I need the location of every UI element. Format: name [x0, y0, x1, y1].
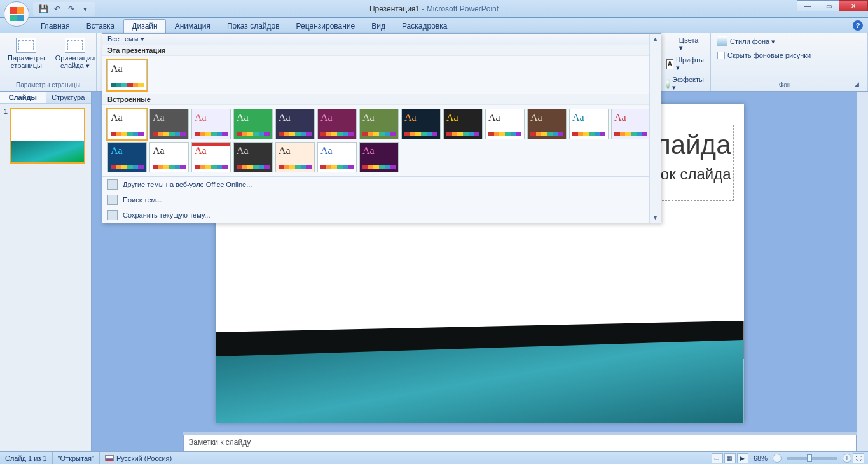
- gallery-scrollbar[interactable]: ▲▼: [649, 34, 661, 223]
- tab-slideshow[interactable]: Показ слайдов: [219, 20, 287, 33]
- redo-icon[interactable]: ↷: [66, 4, 76, 14]
- zoom-in-button[interactable]: +: [843, 454, 851, 463]
- notes-input[interactable]: Заметки к слайду: [183, 435, 857, 451]
- slide-number: 1: [4, 108, 8, 164]
- group-theme-variants: Цвета ▾ AШрифты ▾ Эффекты ▾: [660, 33, 711, 91]
- effects-button[interactable]: Эффекты ▾: [664, 74, 706, 93]
- colors-label: Цвета ▾: [679, 36, 704, 52]
- theme-thumb[interactable]: Aa: [107, 109, 147, 139]
- tab-view[interactable]: Вид: [364, 20, 393, 33]
- effects-icon: [666, 79, 670, 89]
- fonts-button[interactable]: AШрифты ▾: [664, 55, 706, 73]
- theme-thumb[interactable]: Aa: [275, 142, 315, 172]
- theme-thumb[interactable]: Aa: [107, 142, 147, 172]
- folder-icon: [107, 195, 118, 205]
- colors-button[interactable]: Цвета ▾: [664, 35, 706, 53]
- menu-themes-online-label: Другие темы на веб-узле Office Online...: [123, 181, 252, 188]
- theme-thumb[interactable]: Aa: [317, 109, 357, 139]
- menu-browse-themes-label: Поиск тем...: [123, 196, 162, 204]
- tab-storyboard[interactable]: Раскадровка: [394, 20, 455, 33]
- page-params-button[interactable]: Параметры страницы: [4, 35, 49, 80]
- view-sorter-button[interactable]: ▦: [724, 453, 736, 463]
- zoom-slider-handle[interactable]: [807, 454, 812, 462]
- zoom-slider[interactable]: [787, 457, 837, 460]
- menu-save-theme[interactable]: Сохранить текущую тему...: [102, 207, 661, 223]
- tab-animation[interactable]: Анимация: [167, 20, 218, 33]
- undo-icon[interactable]: ↶: [52, 4, 62, 14]
- slide-thumbnail: [10, 108, 85, 164]
- theme-thumb[interactable]: Aa: [359, 142, 399, 172]
- group-background: Стили фона ▾ Скрыть фоновые рисунки Фон …: [711, 33, 868, 91]
- quick-access-toolbar: 💾 ↶ ↷ ▾: [33, 2, 95, 16]
- menu-themes-online[interactable]: Другие темы на веб-узле Office Online...: [102, 177, 661, 192]
- statusbar: Слайд 1 из 1 "Открытая" Русский (Россия)…: [0, 451, 868, 464]
- theme-thumb[interactable]: Aa: [359, 109, 399, 139]
- view-normal-button[interactable]: ▭: [712, 453, 723, 463]
- menu-browse-themes[interactable]: Поиск тем...: [102, 192, 661, 207]
- themes-gallery-dropdown: Все темы ▾ Эта презентация Aa Встроенные…: [102, 33, 661, 223]
- save-icon[interactable]: 💾: [38, 4, 48, 14]
- theme-thumb[interactable]: Aa: [233, 142, 273, 172]
- tab-home[interactable]: Главная: [33, 20, 78, 33]
- flag-icon: [105, 455, 114, 461]
- theme-thumb[interactable]: Aa: [443, 109, 483, 139]
- hide-bg-checkbox[interactable]: Скрыть фоновые рисунки: [715, 50, 864, 60]
- gallery-section-builtin: Встроенные: [102, 94, 661, 105]
- gallery-menu: Другие темы на веб-узле Office Online...…: [102, 176, 661, 223]
- theme-thumb[interactable]: Aa: [191, 142, 231, 172]
- theme-thumb[interactable]: Aa: [569, 109, 609, 139]
- gallery-this-presentation-grid: Aa: [102, 56, 661, 94]
- qat-more-icon[interactable]: ▾: [80, 4, 90, 14]
- gallery-all-themes-header[interactable]: Все темы ▾: [102, 34, 661, 45]
- background-styles-icon: [717, 36, 727, 46]
- group-page-setup: Параметры страницы Ориентация слайда ▾ П…: [0, 33, 97, 91]
- gallery-builtin-grid: AaAaAaAaAaAaAaAaAaAaAaAaAaAaAaAaAaAaAaAa: [102, 105, 661, 176]
- effects-label: Эффекты ▾: [672, 76, 704, 92]
- save-icon: [107, 210, 118, 220]
- window-controls: — ▭ ✕: [797, 0, 868, 11]
- theme-thumb[interactable]: Aa: [527, 109, 567, 139]
- side-tab-slides[interactable]: Слайды: [0, 92, 46, 103]
- vertical-scrollbar[interactable]: [857, 92, 868, 451]
- minimize-button[interactable]: —: [797, 0, 818, 11]
- tab-insert[interactable]: Вставка: [79, 20, 123, 33]
- theme-thumb[interactable]: Aa: [149, 142, 189, 172]
- theme-thumb[interactable]: Aa: [401, 109, 441, 139]
- titlebar: 💾 ↶ ↷ ▾ Презентация1 - Microsoft PowerPo…: [0, 0, 868, 18]
- page-params-label: Параметры страницы: [8, 54, 45, 69]
- status-right: ▭ ▦ ▶ 68% − + ⛶: [712, 453, 868, 463]
- menu-save-theme-label: Сохранить текущую тему...: [123, 211, 210, 219]
- orientation-button[interactable]: Ориентация слайда ▾: [52, 35, 99, 80]
- background-dialog-launcher[interactable]: ◢: [855, 81, 864, 90]
- theme-thumb[interactable]: Aa: [275, 109, 315, 139]
- fit-to-window-button[interactable]: ⛶: [853, 453, 864, 463]
- status-theme: "Открытая": [53, 452, 100, 464]
- theme-thumb[interactable]: Aa: [233, 109, 273, 139]
- orientation-icon: [65, 38, 85, 53]
- status-slide-count: Слайд 1 из 1: [0, 452, 53, 464]
- side-tab-outline[interactable]: Структура: [46, 92, 92, 103]
- fonts-label: Шрифты ▾: [676, 56, 704, 72]
- theme-thumb[interactable]: Aa: [149, 109, 189, 139]
- office-button[interactable]: [4, 1, 29, 27]
- zoom-out-button[interactable]: −: [773, 454, 782, 463]
- theme-thumb[interactable]: Aa: [611, 109, 651, 139]
- notes-pane: Заметки к слайду: [183, 432, 857, 451]
- group-background-label: Фон: [715, 80, 855, 90]
- background-styles-button[interactable]: Стили фона ▾: [715, 35, 864, 48]
- help-icon[interactable]: ?: [853, 20, 863, 31]
- slide-thumbnails: 1: [0, 104, 91, 167]
- theme-thumb[interactable]: Aa: [191, 109, 231, 139]
- maximize-button[interactable]: ▭: [818, 0, 839, 11]
- theme-thumb-current[interactable]: Aa: [107, 60, 147, 90]
- group-page-setup-label: Параметры страницы: [4, 80, 92, 90]
- slide-thumb-1[interactable]: 1: [4, 108, 87, 164]
- theme-thumb[interactable]: Aa: [317, 142, 357, 172]
- theme-thumb[interactable]: Aa: [485, 109, 525, 139]
- status-language[interactable]: Русский (Россия): [100, 452, 177, 464]
- view-slideshow-button[interactable]: ▶: [737, 453, 748, 463]
- tab-review[interactable]: Рецензирование: [289, 20, 363, 33]
- ribbon-tabs: Главная Вставка Дизайн Анимация Показ сл…: [0, 18, 868, 33]
- tab-design[interactable]: Дизайн: [123, 19, 165, 33]
- close-button[interactable]: ✕: [839, 0, 868, 11]
